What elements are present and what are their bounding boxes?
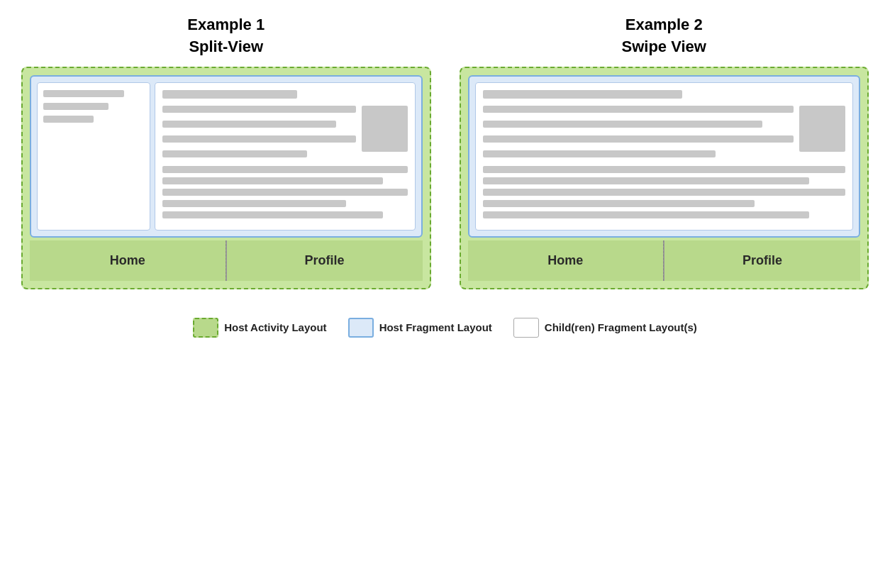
content-bar-5: [162, 166, 408, 173]
example1-nav-home[interactable]: Home: [30, 240, 226, 281]
example1-home-label: Home: [110, 253, 145, 267]
example1-profile-label: Profile: [305, 253, 345, 267]
main-row: Example 1 Split-View: [21, 14, 869, 289]
legend-host-activity: Host Activity Layout: [193, 318, 326, 338]
content-bar-1: [162, 106, 356, 113]
content-bar-3: [162, 135, 356, 143]
swipe-bar-3: [483, 135, 794, 143]
swipe-image: [799, 106, 845, 152]
content-bar-2: [162, 121, 336, 128]
content-bar-9: [162, 211, 383, 218]
swipe-bar-2: [483, 121, 763, 128]
legend-host-fragment-box: [348, 318, 374, 338]
legend-host-activity-box: [193, 318, 218, 338]
content-title-bar: [162, 90, 297, 99]
content-image: [362, 106, 408, 152]
content-bar-6: [162, 177, 383, 184]
example1-content: [155, 82, 416, 231]
example2-title-line1: Example 2: [625, 16, 703, 33]
example1-nav-bar: Home Profile: [30, 240, 423, 281]
example1-nav-profile[interactable]: Profile: [227, 240, 423, 281]
example2-title-line2: Swipe View: [622, 38, 706, 55]
swipe-content-with-image: [483, 106, 846, 162]
content-bar-7: [162, 189, 408, 196]
legend-host-fragment-label: Host Fragment Layout: [379, 321, 492, 333]
content-with-image: [162, 106, 408, 162]
example2-nav-profile[interactable]: Profile: [664, 240, 860, 281]
legend-host-fragment: Host Fragment Layout: [348, 318, 492, 338]
content-lines: [162, 106, 356, 162]
content-bar-4: [162, 150, 307, 157]
legend-host-activity-label: Host Activity Layout: [224, 321, 326, 333]
example2-content: ‹ ›: [475, 82, 854, 231]
example2-host-fragment: ‹ ›: [468, 75, 861, 238]
swipe-bar-7: [483, 189, 846, 196]
swipe-bar-1: [483, 106, 794, 113]
example2-nav-home[interactable]: Home: [468, 240, 664, 281]
example2-profile-label: Profile: [742, 253, 782, 267]
legend-child-fragment: Child(ren) Fragment Layout(s): [513, 318, 697, 338]
sidebar-bar-3: [43, 116, 94, 123]
example1-title: Example 1 Split-View: [187, 14, 265, 58]
example2-host-activity: ‹ › Home Profile: [460, 67, 869, 289]
sidebar-bar-2: [43, 103, 109, 110]
example2-nav-bar: Home Profile: [468, 240, 861, 281]
example2-block: Example 2 Swipe View: [460, 14, 869, 289]
legend-child-fragment-box: [513, 318, 539, 338]
example1-host-activity: Home Profile: [21, 67, 431, 289]
example1-sidebar: [37, 82, 150, 231]
example1-host-fragment: [30, 75, 423, 238]
example1-block: Example 1 Split-View: [21, 14, 431, 289]
example1-title-line1: Example 1: [187, 16, 265, 33]
swipe-bar-8: [483, 200, 755, 207]
swipe-bar-9: [483, 211, 809, 218]
example2-home-label: Home: [547, 253, 583, 267]
example1-title-line2: Split-View: [189, 38, 263, 55]
swipe-bar-6: [483, 177, 809, 184]
swipe-bar-5: [483, 166, 846, 173]
swipe-bar-4: [483, 150, 716, 157]
swipe-title-bar: [483, 90, 682, 99]
sidebar-bar-1: [43, 90, 124, 97]
legend: Host Activity Layout Host Fragment Layou…: [193, 318, 697, 338]
example2-title: Example 2 Swipe View: [622, 14, 706, 58]
legend-child-fragment-label: Child(ren) Fragment Layout(s): [545, 321, 697, 333]
swipe-content-lines: [483, 106, 794, 162]
content-bar-8: [162, 200, 346, 207]
